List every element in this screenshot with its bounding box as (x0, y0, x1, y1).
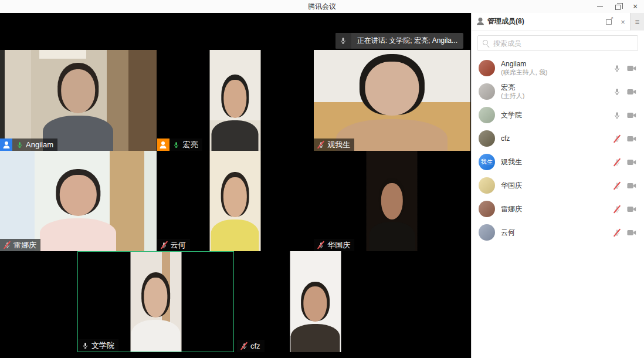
speaking-banner: 正在讲话: 文学院; 宏亮; Angila... (335, 33, 463, 49)
member-row-hongliang[interactable]: 宏亮 (主持人) (472, 80, 644, 103)
video-feed (209, 50, 260, 151)
member-name: 文学院 (501, 111, 613, 120)
search-input[interactable] (478, 36, 638, 50)
member-role: (联席主持人, 我) (501, 69, 613, 76)
video-tile-yunhe[interactable]: 云何 (157, 151, 314, 251)
participant-name: 云何 (171, 240, 186, 251)
video-grid: 正在讲话: 文学院; 宏亮; Angila... Angilam (0, 13, 471, 358)
member-panel: 管理成员(8) × ≡ Angilam (联席主持人, 我) (471, 13, 644, 358)
member-name: 华国庆 (501, 181, 613, 190)
restore-button[interactable] (609, 0, 626, 13)
member-panel-title: 管理成员(8) (487, 16, 524, 26)
member-row-yunhe[interactable]: 云何 (472, 221, 644, 244)
member-name: 雷娜庆 (501, 205, 613, 214)
mic-icon[interactable] (613, 111, 621, 120)
mic-icon (172, 140, 181, 149)
minimize-button[interactable] (591, 0, 609, 13)
mic-muted-icon[interactable] (613, 205, 621, 214)
member-row-cfz[interactable]: cfz (472, 127, 644, 150)
mic-muted-icon[interactable] (613, 158, 621, 167)
camera-icon[interactable] (626, 87, 637, 96)
participant-name: cfz (250, 342, 260, 350)
tile-name-label: 观我生 (314, 139, 354, 151)
member-role: (主持人) (501, 92, 613, 100)
tile-name-label: Angilam (0, 139, 57, 151)
participant-name: 雷娜庆 (13, 240, 36, 251)
participant-name: 观我生 (327, 140, 350, 150)
close-button[interactable]: × (626, 0, 644, 13)
mic-muted-icon[interactable] (613, 228, 621, 237)
camera-icon[interactable] (626, 158, 637, 167)
video-tile-wenxueyuan[interactable]: 文学院 (77, 251, 234, 352)
avatar (479, 130, 495, 147)
mic-icon (81, 341, 89, 350)
video-feed (290, 251, 341, 352)
member-row-angilam[interactable]: Angilam (联席主持人, 我) (472, 56, 644, 80)
member-name: Angilam (501, 60, 613, 69)
tile-name-label: 文学院 (78, 339, 118, 352)
member-row-huaguoqing[interactable]: 华国庆 (472, 174, 644, 197)
popout-panel-button[interactable] (602, 13, 616, 31)
mic-muted-icon[interactable] (613, 181, 621, 190)
video-feed (130, 252, 181, 352)
camera-icon[interactable] (626, 228, 637, 237)
close-icon: × (633, 2, 638, 11)
video-tile-angilam[interactable]: Angilam (0, 50, 157, 151)
tile-name-label: cfz (237, 340, 265, 352)
minimize-icon (597, 6, 603, 7)
window-title: 腾讯会议 (308, 2, 336, 12)
host-badge-icon (157, 139, 170, 151)
member-row-leinaqing[interactable]: 雷娜庆 (472, 197, 644, 221)
member-name: 宏亮 (501, 83, 613, 92)
mic-muted-icon (317, 140, 325, 149)
video-feed (0, 151, 157, 251)
video-tile-huaguoqing[interactable]: 华国庆 (314, 151, 471, 251)
camera-icon[interactable] (626, 205, 637, 214)
participant-name: Angilam (26, 140, 53, 149)
tile-name-label: 雷娜庆 (0, 239, 40, 251)
restore-icon (615, 5, 621, 10)
mic-muted-icon (240, 342, 248, 350)
avatar: 我生 (479, 154, 495, 170)
video-feed (314, 50, 470, 151)
mic-muted-icon[interactable] (613, 134, 621, 143)
member-search (477, 35, 638, 51)
member-row-guanwosheng[interactable]: 我生 观我生 (472, 150, 644, 174)
video-tile-leinaqing[interactable]: 雷娜庆 (0, 151, 157, 251)
tile-name-label: 云何 (157, 239, 190, 251)
close-panel-button[interactable]: × (616, 13, 630, 31)
search-icon (483, 40, 488, 45)
cohost-badge-icon (0, 139, 12, 151)
participant-name: 文学院 (91, 340, 114, 351)
avatar (479, 177, 495, 194)
member-name: 观我生 (501, 158, 613, 167)
mic-muted-icon (160, 241, 168, 249)
video-tile-cfz[interactable]: cfz (237, 251, 394, 352)
member-list: Angilam (联席主持人, 我) 宏亮 (主持人) (472, 56, 644, 358)
tile-name-label: 华国庆 (314, 239, 354, 251)
avatar (479, 83, 495, 100)
close-icon: × (621, 18, 625, 26)
camera-icon[interactable] (626, 181, 637, 190)
video-feed (209, 151, 260, 251)
microphone-icon (335, 33, 351, 49)
participant-name: 宏亮 (183, 140, 198, 150)
mic-icon[interactable] (613, 87, 621, 96)
participant-name: 华国庆 (327, 240, 350, 251)
camera-icon[interactable] (626, 64, 637, 73)
avatar (479, 60, 495, 76)
video-tile-guanwosheng[interactable]: 观我生 (314, 50, 471, 151)
member-panel-header: 管理成员(8) × ≡ (472, 13, 644, 31)
mic-muted-icon (317, 241, 325, 249)
member-row-wenxueyuan[interactable]: 文学院 (472, 103, 644, 127)
panel-menu-button[interactable]: ≡ (630, 13, 644, 31)
popout-icon (606, 19, 612, 25)
camera-icon[interactable] (626, 134, 637, 143)
tile-name-label: 宏亮 (157, 139, 202, 151)
video-tile-hongliang[interactable]: 宏亮 (157, 50, 314, 151)
avatar (479, 224, 495, 241)
avatar (479, 201, 495, 217)
window-controls: × (591, 0, 644, 13)
mic-icon[interactable] (613, 64, 621, 73)
camera-icon[interactable] (626, 111, 637, 120)
